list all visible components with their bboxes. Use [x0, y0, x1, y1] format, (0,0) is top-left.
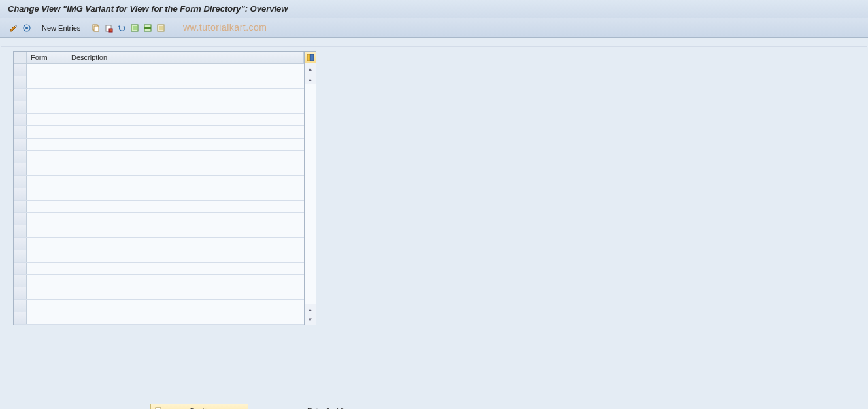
cell-form[interactable]	[27, 300, 67, 312]
row-selector[interactable]	[14, 176, 27, 188]
column-header-form[interactable]: Form	[27, 52, 67, 63]
row-selector[interactable]	[14, 250, 27, 262]
row-selector[interactable]	[14, 139, 27, 150]
table-row[interactable]	[14, 238, 304, 250]
row-selector[interactable]	[14, 188, 27, 200]
row-selector[interactable]	[14, 89, 27, 101]
cell-form[interactable]	[27, 163, 67, 175]
cell-description[interactable]	[67, 300, 304, 312]
cell-form[interactable]	[27, 76, 67, 88]
select-block-icon[interactable]	[142, 22, 154, 34]
row-selector[interactable]	[14, 201, 27, 212]
cell-description[interactable]	[67, 312, 304, 324]
cell-form[interactable]	[27, 101, 67, 113]
cell-form[interactable]	[27, 213, 67, 225]
table-row[interactable]	[14, 213, 304, 225]
table-row[interactable]	[14, 300, 304, 312]
scroll-up-step-icon[interactable]: ▲	[305, 74, 316, 84]
table-row[interactable]	[14, 114, 304, 126]
vertical-scrollbar[interactable]: ▲ ▲ ▲ ▼	[305, 63, 316, 325]
table-row[interactable]	[14, 151, 304, 163]
table-row[interactable]	[14, 76, 304, 89]
row-selector[interactable]	[14, 151, 27, 163]
table-settings-button[interactable]	[305, 52, 316, 63]
cell-description[interactable]	[67, 275, 304, 287]
select-all-icon[interactable]	[129, 22, 141, 34]
table-row[interactable]	[14, 275, 304, 287]
row-selector[interactable]	[14, 300, 27, 312]
cell-description[interactable]	[67, 126, 304, 138]
cell-form[interactable]	[27, 201, 67, 212]
other-view-icon[interactable]	[21, 22, 33, 34]
table-row[interactable]	[14, 101, 304, 114]
table-row[interactable]	[14, 188, 304, 201]
cell-description[interactable]	[67, 76, 304, 88]
column-header-description[interactable]: Description	[67, 52, 304, 63]
table-row[interactable]	[14, 64, 304, 76]
table-row[interactable]	[14, 312, 304, 325]
cell-description[interactable]	[67, 213, 304, 225]
copy-icon[interactable]	[90, 22, 101, 34]
cell-form[interactable]	[27, 250, 67, 262]
row-selector[interactable]	[14, 263, 27, 274]
cell-form[interactable]	[27, 312, 67, 324]
table-row[interactable]	[14, 225, 304, 238]
row-selector[interactable]	[14, 163, 27, 175]
row-selector[interactable]	[14, 275, 27, 287]
table-row[interactable]	[14, 89, 304, 101]
scroll-down-step-icon[interactable]: ▲	[305, 304, 316, 314]
table-row[interactable]	[14, 163, 304, 176]
row-selector[interactable]	[14, 225, 27, 237]
table-row[interactable]	[14, 126, 304, 139]
display-change-icon[interactable]	[8, 22, 20, 34]
table-row[interactable]	[14, 287, 304, 300]
row-selector[interactable]	[14, 114, 27, 125]
new-entries-button[interactable]: New Entries	[37, 23, 86, 33]
cell-description[interactable]	[67, 225, 304, 237]
row-selector[interactable]	[14, 101, 27, 113]
table-row[interactable]	[14, 201, 304, 213]
cell-form[interactable]	[27, 114, 67, 125]
cell-form[interactable]	[27, 225, 67, 237]
row-selector[interactable]	[14, 213, 27, 225]
position-button[interactable]: Position...	[150, 404, 248, 409]
deselect-icon[interactable]	[155, 22, 167, 34]
cell-form[interactable]	[27, 139, 67, 150]
cell-description[interactable]	[67, 201, 304, 212]
select-all-column[interactable]	[14, 52, 27, 63]
cell-form[interactable]	[27, 64, 67, 76]
table-row[interactable]	[14, 263, 304, 275]
table-row[interactable]	[14, 139, 304, 151]
cell-form[interactable]	[27, 176, 67, 188]
cell-description[interactable]	[67, 101, 304, 113]
cell-description[interactable]	[67, 238, 304, 250]
cell-description[interactable]	[67, 64, 304, 76]
cell-description[interactable]	[67, 250, 304, 262]
cell-form[interactable]	[27, 188, 67, 200]
row-selector[interactable]	[14, 64, 27, 76]
cell-form[interactable]	[27, 238, 67, 250]
cell-form[interactable]	[27, 126, 67, 138]
cell-description[interactable]	[67, 188, 304, 200]
scroll-down-icon[interactable]: ▼	[305, 314, 316, 325]
table-row[interactable]	[14, 176, 304, 188]
cell-form[interactable]	[27, 275, 67, 287]
cell-description[interactable]	[67, 114, 304, 125]
cell-form[interactable]	[27, 151, 67, 163]
cell-form[interactable]	[27, 263, 67, 274]
cell-form[interactable]	[27, 287, 67, 299]
undo-icon[interactable]	[116, 22, 127, 34]
cell-description[interactable]	[67, 89, 304, 101]
cell-description[interactable]	[67, 151, 304, 163]
delete-icon[interactable]	[103, 22, 114, 34]
table-row[interactable]	[14, 250, 304, 263]
cell-description[interactable]	[67, 287, 304, 299]
row-selector[interactable]	[14, 238, 27, 250]
cell-description[interactable]	[67, 163, 304, 175]
scroll-up-icon[interactable]: ▲	[305, 63, 316, 74]
cell-description[interactable]	[67, 263, 304, 274]
row-selector[interactable]	[14, 287, 27, 299]
row-selector[interactable]	[14, 76, 27, 88]
row-selector[interactable]	[14, 126, 27, 138]
scroll-track-space[interactable]	[305, 84, 316, 304]
